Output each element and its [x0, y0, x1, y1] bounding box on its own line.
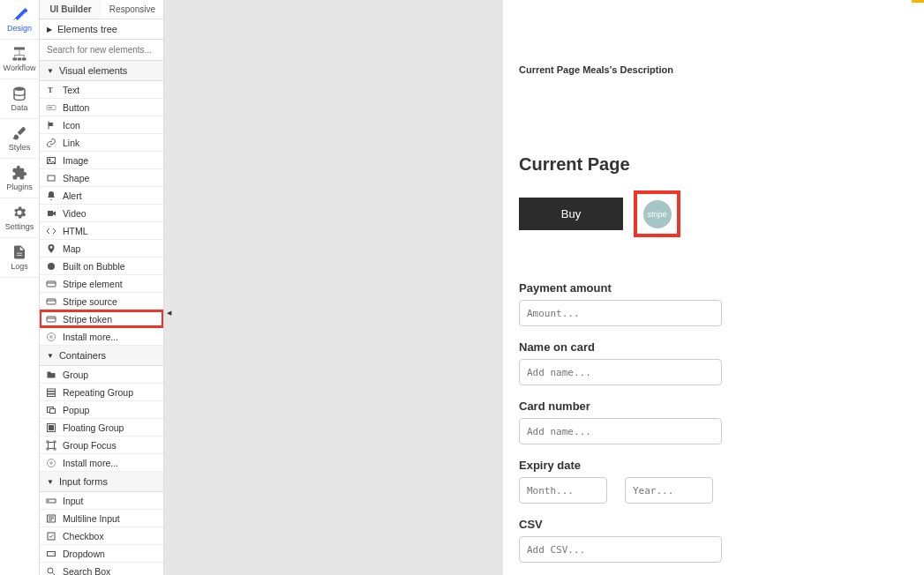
- buy-button[interactable]: Buy: [519, 198, 623, 230]
- rail-logs[interactable]: Logs: [0, 238, 39, 278]
- database-icon: [11, 86, 27, 101]
- stripe-token-element[interactable]: stripe: [634, 190, 680, 237]
- element-item-map[interactable]: Map: [40, 240, 163, 258]
- svg-rect-14: [47, 317, 56, 322]
- element-item-link[interactable]: Link: [40, 134, 163, 152]
- element-item-label: Group Focus: [63, 440, 116, 451]
- element-item-input[interactable]: Input: [40, 492, 163, 510]
- element-item-install-more-[interactable]: Install more...: [40, 454, 163, 472]
- group-containers[interactable]: ▼ Containers: [40, 346, 163, 366]
- text-icon: T: [45, 84, 57, 96]
- search-icon: [45, 565, 57, 576]
- element-item-video[interactable]: Video: [40, 205, 163, 222]
- panel-collapse-handle[interactable]: [164, 313, 169, 318]
- input-csv[interactable]: [519, 536, 722, 563]
- element-item-html[interactable]: HTML: [40, 222, 163, 240]
- rail-logs-label: Logs: [11, 262, 28, 271]
- tools-icon: [11, 6, 27, 22]
- dropdown-icon: [45, 548, 57, 560]
- plus-icon: [45, 457, 57, 469]
- element-item-built-on-bubble[interactable]: Built on Bubble: [40, 258, 163, 275]
- svg-rect-0: [14, 48, 25, 50]
- element-item-checkbox[interactable]: Checkbox: [40, 527, 163, 545]
- svg-rect-12: [47, 281, 56, 287]
- element-item-shape[interactable]: Shape: [40, 169, 163, 187]
- element-item-label: Install more...: [63, 332, 118, 342]
- label-expiry: Expiry date: [519, 459, 908, 472]
- elements-tree-header[interactable]: ▶ Elements tree: [40, 19, 163, 40]
- stripe-icon: stripe: [643, 200, 672, 228]
- label-csv: CSV: [519, 518, 908, 531]
- input-icon: [45, 495, 57, 507]
- code-icon: [45, 225, 57, 237]
- element-item-search-box[interactable]: Search Box: [40, 563, 163, 575]
- tab-responsive[interactable]: Responsive: [101, 0, 163, 19]
- svg-rect-20: [50, 408, 56, 413]
- fgroup-icon: [45, 422, 57, 434]
- rail-design[interactable]: Design: [0, 0, 39, 40]
- element-list-scroll[interactable]: ▼ Visual elements TTextButtonIconLinkIma…: [40, 61, 163, 575]
- file-icon: [11, 244, 27, 260]
- group-inputs-label: Input forms: [59, 476, 108, 487]
- element-item-stripe-token[interactable]: Stripe token: [40, 310, 163, 328]
- element-item-multiline-input[interactable]: Multiline Input: [40, 510, 163, 527]
- rail-settings[interactable]: Settings: [0, 198, 39, 238]
- down-arrow-icon: ▼: [47, 67, 54, 75]
- element-item-dropdown[interactable]: Dropdown: [40, 545, 163, 563]
- element-item-icon[interactable]: Icon: [40, 116, 163, 134]
- element-item-group-focus[interactable]: Group Focus: [40, 437, 163, 454]
- input-expiry-month[interactable]: [519, 477, 607, 504]
- element-item-text[interactable]: TText: [40, 81, 163, 99]
- element-item-label: Map: [63, 243, 80, 254]
- rail-plugins[interactable]: Plugins: [0, 159, 39, 198]
- mlinput-icon: [45, 512, 57, 525]
- element-item-label: Image: [63, 155, 88, 166]
- element-item-image[interactable]: Image: [40, 152, 163, 169]
- rail-styles-label: Styles: [9, 143, 31, 152]
- rail-workflow-label: Workflow: [4, 63, 36, 72]
- page-preview: Current Page Meals's Description Current…: [503, 0, 924, 575]
- input-payment-amount[interactable]: [519, 300, 722, 326]
- element-item-label: Alert: [63, 190, 82, 201]
- page-heading: Current Page: [519, 154, 908, 175]
- check-icon: [45, 530, 57, 542]
- label-name-on-card: Name on card: [519, 340, 908, 354]
- element-item-stripe-element[interactable]: Stripe element: [40, 275, 163, 293]
- element-item-label: Button: [63, 102, 89, 113]
- group-visual-elements[interactable]: ▼ Visual elements: [40, 61, 163, 81]
- element-item-button[interactable]: Button: [40, 99, 163, 116]
- input-name-on-card[interactable]: [519, 359, 722, 385]
- label-card-number: Card number: [519, 400, 908, 413]
- input-expiry-year[interactable]: [625, 477, 713, 504]
- group-visual-label: Visual elements: [59, 65, 127, 76]
- group-containers-label: Containers: [59, 350, 106, 361]
- element-item-label: Repeating Group: [63, 387, 133, 398]
- group-input-forms[interactable]: ▼ Input forms: [40, 472, 163, 492]
- folder-icon: [45, 369, 57, 381]
- element-item-floating-group[interactable]: Floating Group: [40, 419, 163, 437]
- element-item-repeating-group[interactable]: Repeating Group: [40, 384, 163, 401]
- element-search-row: [40, 40, 163, 61]
- element-search-input[interactable]: [45, 43, 158, 56]
- input-card-number[interactable]: [519, 418, 722, 444]
- sidebar-tabs: UI Builder Responsive: [40, 0, 163, 19]
- element-item-label: Checkbox: [63, 531, 104, 541]
- element-item-label: Stripe element: [63, 279, 123, 289]
- element-item-stripe-source[interactable]: Stripe source: [40, 293, 163, 310]
- element-item-group[interactable]: Group: [40, 366, 163, 384]
- rail-workflow[interactable]: Workflow: [0, 40, 39, 79]
- flow-icon: [11, 46, 27, 62]
- card-icon: [45, 278, 57, 290]
- element-item-install-more-[interactable]: Install more...: [40, 328, 163, 346]
- button-icon: [45, 101, 57, 114]
- rail-styles[interactable]: Styles: [0, 119, 39, 159]
- element-item-alert[interactable]: Alert: [40, 187, 163, 205]
- element-item-label: Stripe token: [63, 314, 112, 325]
- element-item-label: Group: [63, 370, 88, 380]
- rail-data[interactable]: Data: [0, 79, 39, 119]
- field-csv: CSV: [519, 518, 908, 563]
- svg-rect-23: [49, 442, 55, 448]
- element-item-popup[interactable]: Popup: [40, 401, 163, 419]
- tab-ui-builder[interactable]: UI Builder: [40, 0, 101, 19]
- canvas-area[interactable]: Current Page Meals's Description Current…: [164, 0, 924, 575]
